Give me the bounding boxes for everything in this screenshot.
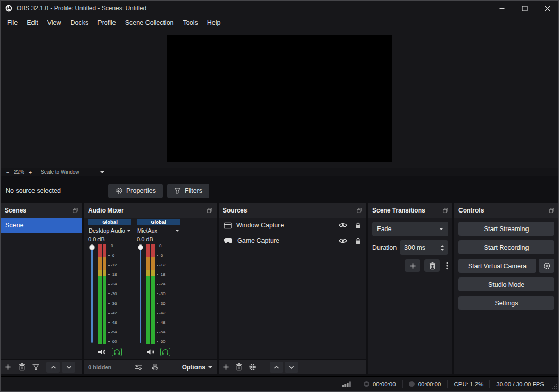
lock-toggle[interactable] (355, 222, 361, 229)
volume-slider-handle[interactable] (138, 244, 143, 250)
speaker-mute-button[interactable] (146, 349, 154, 355)
source-name: Window Capture (236, 222, 284, 229)
selected-source-status: No source selected (6, 187, 61, 194)
advanced-audio-icon[interactable] (152, 364, 158, 370)
minimize-button[interactable] (490, 1, 513, 16)
properties-button[interactable]: Properties (108, 184, 163, 198)
volume-slider-handle[interactable] (89, 244, 95, 250)
remove-transition-button[interactable] (424, 259, 440, 272)
filters-button[interactable]: Filters (167, 184, 209, 198)
controls-dock-header[interactable]: Controls (454, 203, 558, 218)
move-scene-up-button[interactable] (46, 362, 60, 373)
volume-slider[interactable] (88, 243, 96, 345)
recording-indicator-icon (364, 381, 369, 387)
speaker-mute-button[interactable] (98, 349, 106, 355)
start-streaming-button[interactable]: Start Streaming (458, 222, 554, 236)
resize-grip[interactable] (552, 384, 557, 390)
menu-item-tools[interactable]: Tools (178, 16, 203, 29)
dock-popout-icon[interactable] (73, 208, 78, 213)
source-row-window-capture[interactable]: Window Capture (219, 218, 366, 233)
headphones-monitor-button[interactable] (160, 348, 170, 356)
start-recording-button[interactable]: Start Recording (458, 240, 554, 254)
volume-slider[interactable] (137, 243, 145, 345)
visibility-eye-toggle[interactable] (339, 238, 347, 244)
meter-tick: -48 (157, 321, 166, 325)
transition-value: Fade (377, 225, 392, 233)
scene-transitions-dock: Scene Transitions Fade Duration 300 ms (368, 203, 452, 374)
dock-popout-icon[interactable] (443, 208, 448, 213)
spin-up-icon[interactable] (440, 245, 445, 247)
hidden-sources-button[interactable]: 0 hidden (88, 364, 111, 370)
remove-scene-button[interactable] (19, 363, 25, 371)
visibility-eye-toggle[interactable] (339, 222, 347, 228)
meter-tick: -18 (157, 273, 166, 277)
menu-item-profile[interactable]: Profile (93, 16, 120, 29)
filters-label: Filters (185, 187, 202, 194)
audio-mixer-dock: Audio Mixer Global Desktop Audio 0.0 dB (84, 203, 217, 374)
scale-mode-select[interactable]: Scale to Window (37, 168, 108, 176)
mixer-device-label: Desktop Audio (89, 227, 125, 234)
dock-popout-icon[interactable] (207, 208, 212, 213)
network-bars-icon (342, 381, 351, 387)
mixer-layout-icon[interactable] (135, 364, 142, 370)
menu-item-help[interactable]: Help (203, 16, 225, 29)
virtual-camera-settings-button[interactable] (539, 259, 554, 273)
scenes-toolbar (1, 359, 82, 374)
close-button[interactable] (536, 1, 558, 16)
transition-menu-dots-button[interactable] (446, 262, 448, 270)
volume-slider-track (91, 245, 93, 343)
audio-mixer-dock-header[interactable]: Audio Mixer (84, 203, 217, 218)
meter-tick: -54 (157, 330, 166, 334)
menu-bar: File Edit View Docks Profile Scene Colle… (1, 16, 558, 29)
transition-select[interactable]: Fade (372, 222, 448, 236)
meter-tick: -6 (108, 254, 117, 258)
menu-item-scene-collection[interactable]: Scene Collection (121, 16, 178, 29)
preview-canvas[interactable] (167, 35, 392, 162)
source-properties-gear-button[interactable] (249, 363, 256, 371)
settings-button[interactable]: Settings (458, 296, 554, 310)
transitions-dock-header[interactable]: Scene Transitions (368, 203, 452, 218)
maximize-button[interactable] (513, 1, 536, 16)
dock-popout-icon[interactable] (357, 208, 362, 213)
scene-filters-button[interactable] (32, 364, 39, 370)
source-row-game-capture[interactable]: Game Capture (219, 233, 366, 249)
lock-toggle[interactable] (355, 238, 361, 244)
meter-scale: 0 -6 -12 -18 -24 -30 -36 -42 -48 -54 -60 (108, 243, 117, 345)
zoom-in-button[interactable]: + (27, 169, 34, 175)
duration-spinbox[interactable]: 300 ms (400, 240, 448, 255)
meter-tick: -48 (108, 321, 117, 325)
mixer-device-select[interactable]: Desktop Audio (88, 225, 131, 235)
menu-item-docks[interactable]: Docks (66, 16, 93, 29)
mixer-options-dropdown[interactable]: Options (182, 364, 212, 371)
remove-source-button[interactable] (236, 363, 242, 371)
meter-tick: 0 (108, 244, 117, 248)
sources-dock-header[interactable]: Sources (219, 203, 366, 218)
menu-item-edit[interactable]: Edit (22, 16, 43, 29)
mixer-device-label: Mic/Aux (137, 227, 157, 234)
transitions-dock-title: Scene Transitions (372, 207, 425, 214)
controls-dock: Controls Start Streaming Start Recording… (454, 203, 558, 374)
scenes-dock-header[interactable]: Scenes (1, 203, 82, 218)
status-bar: 00:00:00 00:00:00 CPU: 1.2% 30.00 / 30.0… (1, 376, 558, 391)
audio-mixer-toolbar: 0 hidden Options (84, 359, 217, 374)
scene-list-item[interactable]: Scene (1, 218, 82, 233)
zoom-out-button[interactable]: − (5, 169, 11, 175)
add-transition-button[interactable] (405, 259, 420, 272)
studio-mode-button[interactable]: Studio Mode (458, 277, 554, 291)
mixer-channel-mic-aux: Global Mic/Aux 0.0 dB (137, 219, 180, 359)
menu-item-file[interactable]: File (3, 16, 22, 29)
move-scene-down-button[interactable] (62, 362, 75, 373)
game-capture-icon (224, 238, 233, 244)
mixer-device-select[interactable]: Mic/Aux (137, 225, 180, 235)
add-source-button[interactable] (223, 364, 229, 370)
move-source-up-button[interactable] (270, 362, 283, 373)
controls-body: Start Streaming Start Recording Start Vi… (454, 218, 558, 374)
dock-popout-icon[interactable] (549, 208, 554, 213)
mixer-channel-desktop-audio: Global Desktop Audio 0.0 dB (88, 219, 131, 359)
move-source-down-button[interactable] (285, 362, 298, 373)
start-virtual-camera-button[interactable]: Start Virtual Camera (458, 259, 536, 273)
menu-item-view[interactable]: View (43, 16, 66, 29)
spin-down-icon[interactable] (440, 249, 445, 251)
add-scene-button[interactable] (5, 364, 11, 370)
headphones-monitor-button[interactable] (112, 348, 122, 356)
